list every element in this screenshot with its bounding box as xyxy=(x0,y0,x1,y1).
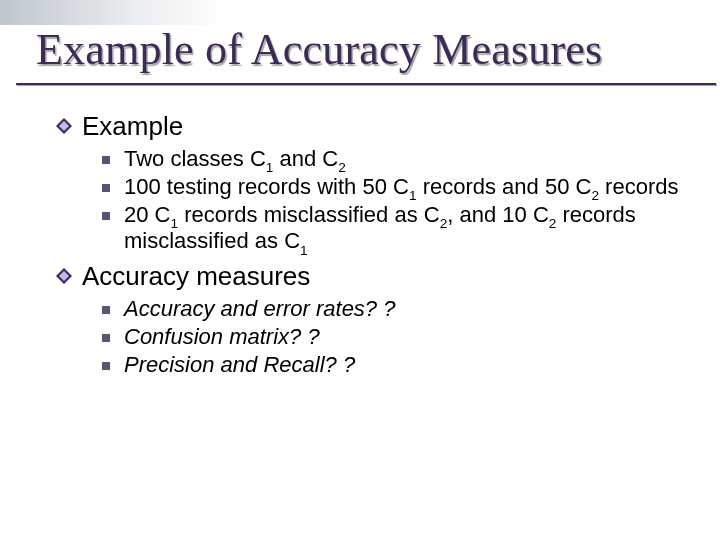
square-bullet-icon xyxy=(102,362,110,370)
subscript: 1 xyxy=(300,243,308,258)
list-item-text: 20 C1 records misclassified as C2, and 1… xyxy=(124,202,680,256)
slide-title: Example of Accuracy Measures xyxy=(36,24,680,75)
section-label: Example xyxy=(82,111,183,142)
square-bullet-icon xyxy=(102,334,110,342)
section-label: Accuracy measures xyxy=(82,261,310,292)
list-item-text: Accuracy and error rates? ? xyxy=(124,296,395,323)
list-item: Precision and Recall? ? xyxy=(102,352,680,379)
svg-rect-2 xyxy=(102,156,110,164)
svg-rect-7 xyxy=(102,306,110,314)
square-bullet-icon xyxy=(102,306,110,314)
square-bullet-icon xyxy=(102,212,110,220)
square-bullet-icon xyxy=(102,156,110,164)
square-bullet-icon xyxy=(102,184,110,192)
title-underline xyxy=(16,83,716,85)
diamond-bullet-icon xyxy=(56,268,72,284)
list-item: 20 C1 records misclassified as C2, and 1… xyxy=(102,202,680,256)
header-gradient xyxy=(0,0,228,25)
section-heading: Example xyxy=(56,111,680,142)
subscript: 2 xyxy=(440,216,448,231)
svg-rect-3 xyxy=(102,184,110,192)
svg-rect-9 xyxy=(102,362,110,370)
list-item: 100 testing records with 50 C1 records a… xyxy=(102,174,680,201)
slide: Example of Accuracy Measures ExampleTwo … xyxy=(0,0,720,540)
list-item: Confusion matrix? ? xyxy=(102,324,680,351)
svg-rect-4 xyxy=(102,212,110,220)
list-item-text: Confusion matrix? ? xyxy=(124,324,320,351)
subscript: 2 xyxy=(591,188,599,203)
list-item: Accuracy and error rates? ? xyxy=(102,296,680,323)
subscript: 2 xyxy=(338,160,346,175)
subscript: 1 xyxy=(266,160,274,175)
section-heading: Accuracy measures xyxy=(56,261,680,292)
list-item-text: Precision and Recall? ? xyxy=(124,352,355,379)
subscript: 1 xyxy=(170,216,178,231)
list-item-text: 100 testing records with 50 C1 records a… xyxy=(124,174,678,201)
svg-rect-8 xyxy=(102,334,110,342)
slide-body: ExampleTwo classes C1 and C2100 testing … xyxy=(56,111,680,379)
list-item-text: Two classes C1 and C2 xyxy=(124,146,346,173)
list-item: Two classes C1 and C2 xyxy=(102,146,680,173)
subscript: 2 xyxy=(549,216,557,231)
subscript: 1 xyxy=(409,188,417,203)
diamond-bullet-icon xyxy=(56,118,72,134)
